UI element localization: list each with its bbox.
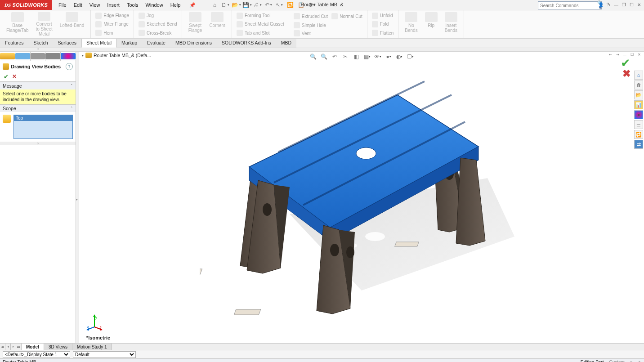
menu-help[interactable]: Help [167, 0, 184, 10]
pin-icon[interactable]: 📌 [186, 0, 199, 10]
tab-sketch[interactable]: Sketch [28, 39, 53, 48]
tab-nav-next[interactable]: ▸ [11, 344, 16, 350]
doc-tab-model[interactable]: Model [22, 344, 44, 350]
status-custom[interactable]: Custom [609, 360, 625, 362]
simple-hole-button[interactable]: Simple Hole [292, 21, 364, 29]
task-custom-properties-icon[interactable]: 🔁 [634, 130, 643, 139]
cancel-button[interactable]: ✕ [12, 73, 17, 80]
expand-icon[interactable]: ▸ [82, 54, 84, 58]
extruded-cut-button[interactable]: Extruded Cut [292, 11, 330, 21]
print-icon[interactable]: 🖨▾ [253, 1, 262, 9]
save-icon[interactable]: 💾▾ [242, 1, 251, 9]
task-forum-icon[interactable]: ⇄ [634, 140, 643, 149]
view-triad[interactable]: yxz [86, 314, 103, 331]
window-close[interactable]: ✕ [636, 1, 642, 8]
task-home-icon[interactable]: ⌂ [634, 71, 643, 80]
tab-features[interactable]: Features [0, 39, 28, 48]
tab-sheet-metal[interactable]: Sheet Metal [81, 39, 116, 48]
fold-button[interactable]: Fold [370, 20, 396, 28]
scope-item-top[interactable]: Top [14, 115, 72, 121]
tab-solidworks-addins[interactable]: SOLIDWORKS Add-Ins [217, 39, 276, 48]
menu-edit[interactable]: Edit [70, 0, 86, 10]
jog-button[interactable]: Jog [137, 11, 179, 20]
task-design-library-icon[interactable]: 📂 [634, 90, 643, 99]
tab-mbd[interactable]: MBD [276, 39, 296, 48]
apply-scene-icon[interactable]: ◐▾ [395, 53, 404, 61]
viewport-collapse[interactable]: ⇤ [607, 52, 613, 57]
panel-splitter[interactable] [76, 52, 79, 343]
tab-nav-prev[interactable]: ◂ [5, 344, 11, 350]
side-tab-property-manager[interactable] [15, 52, 31, 61]
search-input[interactable] [540, 3, 597, 8]
corners-button[interactable]: Corners [206, 11, 229, 37]
window-maximize[interactable]: ☐ [628, 1, 635, 8]
section-view-icon[interactable]: ✂ [341, 53, 350, 61]
side-tab-display[interactable] [61, 52, 76, 61]
tab-evaluate[interactable]: Evaluate [142, 39, 170, 48]
graphics-viewport[interactable]: ▸ Router Table MB_& (Defa... ⇤ ⇥ — ☐ ✕ 🔍… [79, 52, 644, 343]
open-icon[interactable]: 📂▾ [232, 1, 241, 9]
flatten-button[interactable]: Flatten [370, 29, 396, 37]
undo-icon[interactable]: ↶▾ [264, 1, 273, 9]
breadcrumb-item[interactable]: Router Table MB_& (Defa... [94, 53, 151, 58]
menu-tools[interactable]: Tools [123, 0, 142, 10]
tab-slot-button[interactable]: Tab and Slot [235, 29, 286, 37]
help-icon[interactable]: ?▾ [605, 1, 612, 8]
tab-markup[interactable]: Markup [116, 39, 142, 48]
side-tab-configuration[interactable] [31, 52, 46, 61]
task-file-explorer-icon[interactable]: 📊 [634, 100, 643, 109]
zoom-area-icon[interactable]: 🔍 [319, 53, 328, 61]
doc-tab-3d-views[interactable]: 3D Views [44, 344, 72, 350]
window-restore[interactable]: ❐ [621, 1, 627, 8]
previous-view-icon[interactable]: ↶ [330, 53, 339, 61]
status-unit-icon[interactable]: ◈ [638, 360, 641, 362]
home-icon[interactable]: ⌂ [210, 1, 219, 9]
select-icon[interactable]: ↖▾ [275, 1, 284, 9]
cross-break-button[interactable]: Cross-Break [137, 29, 179, 37]
vent-button[interactable]: Vent [292, 29, 364, 37]
menu-file[interactable]: File [55, 0, 70, 10]
task-appearances-icon[interactable]: ☰ [634, 120, 643, 129]
message-section-header[interactable]: Message˄ [0, 82, 76, 89]
viewport-expand[interactable]: ⇥ [614, 52, 621, 57]
side-tab-feature-tree[interactable] [0, 52, 15, 61]
menu-view[interactable]: View [86, 0, 104, 10]
menu-window[interactable]: Window [142, 0, 167, 10]
ok-button[interactable]: ✔ [4, 73, 9, 80]
doc-tab-motion-study[interactable]: Motion Study 1 [72, 344, 112, 350]
scope-section-header[interactable]: Scope˄ [0, 105, 76, 112]
rip-button[interactable]: Rip [421, 11, 441, 37]
viewport-close[interactable]: ✕ [636, 52, 642, 57]
scope-selection-list[interactable]: Top [13, 115, 73, 139]
confirm-cancel-icon[interactable]: ✖ [622, 68, 631, 80]
configuration-select[interactable]: Default [73, 351, 136, 358]
gusset-button[interactable]: Sheet Metal Gusset [235, 20, 286, 28]
help-button[interactable]: ? [66, 63, 73, 70]
display-state-select[interactable]: <Default>_Display State 1 [3, 351, 70, 358]
zoom-fit-icon[interactable]: 🔍 [309, 53, 318, 61]
lofted-bend-button[interactable]: Lofted-Bend [56, 11, 88, 37]
menu-insert[interactable]: Insert [103, 0, 123, 10]
edit-appearance-icon[interactable]: ●▾ [384, 53, 393, 61]
side-tab-dimxpert[interactable] [45, 52, 61, 61]
tab-nav-last[interactable]: ⏭ [16, 344, 22, 350]
unfold-button[interactable]: Unfold [370, 11, 396, 20]
tab-mbd-dimensions[interactable]: MBD Dimensions [170, 39, 217, 48]
status-dropdown-icon[interactable]: ▾ [630, 360, 632, 362]
normal-cut-button[interactable]: Normal Cut [330, 11, 364, 21]
task-view-palette-icon[interactable]: ● [634, 110, 643, 119]
tab-nav-first[interactable]: ⏮ [0, 344, 5, 350]
miter-flange-button[interactable]: Miter Flange [94, 20, 131, 28]
view-settings-icon[interactable]: 🖵▾ [406, 53, 415, 61]
forming-tool-button[interactable]: Forming Tool [235, 11, 286, 20]
task-resources-icon[interactable]: 🗑 [634, 80, 643, 89]
hide-show-icon[interactable]: 👁▾ [373, 53, 382, 61]
tab-surfaces[interactable]: Surfaces [53, 39, 81, 48]
base-flange-button[interactable]: Base Flange/Tab [3, 11, 32, 37]
search-commands[interactable]: 🔍▾ [538, 1, 602, 9]
swept-flange-button[interactable]: Swept Flange [185, 11, 206, 37]
hem-button[interactable]: Hem [94, 29, 131, 37]
sketched-bend-button[interactable]: Sketched Bend [137, 20, 179, 28]
window-minimize[interactable]: — [613, 1, 619, 8]
user-icon[interactable]: 👤 [598, 1, 604, 8]
